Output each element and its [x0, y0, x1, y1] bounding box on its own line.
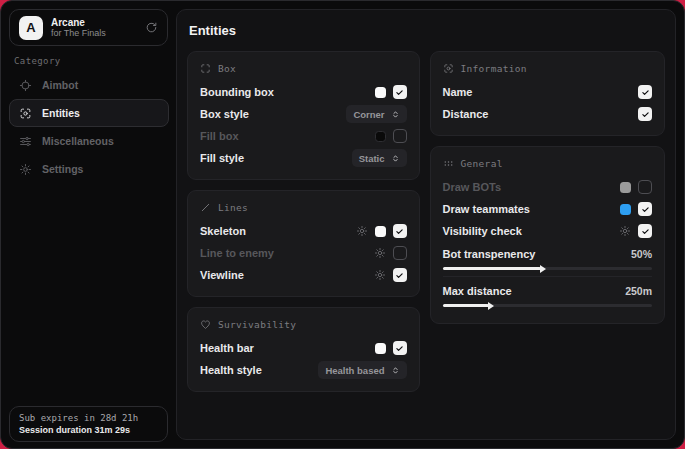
- survivability-card: Survivability Health bar Health style: [187, 307, 420, 392]
- skeleton-checkbox[interactable]: [393, 224, 407, 238]
- card-title: Information: [461, 63, 527, 74]
- fill-style-dropdown[interactable]: Static: [352, 149, 407, 167]
- sidebar-item-entities[interactable]: Entities: [9, 99, 169, 127]
- slider-thumb[interactable]: [540, 265, 546, 273]
- card-title: Lines: [218, 202, 248, 213]
- setting-row-health-style: Health style Health based: [200, 359, 407, 381]
- slider-row-max-distance: Max distance 250m: [443, 282, 652, 300]
- sliders-icon: [19, 135, 32, 148]
- slider-value: 50%: [631, 248, 652, 260]
- information-card: Information Name Distance: [430, 51, 665, 136]
- setting-row-name: Name: [443, 81, 652, 103]
- gear-icon[interactable]: [374, 269, 386, 281]
- page-title: Entities: [189, 23, 665, 38]
- chevron-updown-icon: [391, 366, 400, 375]
- app-logo: A: [19, 16, 43, 40]
- subscription-status-card: Sub expires in 28d 21h Session duration …: [9, 406, 168, 442]
- lines-card: Lines Skeleton: [187, 190, 420, 297]
- health-style-dropdown[interactable]: Health based: [318, 361, 406, 379]
- bounding-box-checkbox[interactable]: [393, 85, 407, 99]
- gear-icon[interactable]: [619, 225, 631, 237]
- sidebar-nav: Aimbot Entities Miscellaneous Settings: [9, 71, 169, 183]
- setting-row-draw-bots: Draw BOTs: [443, 176, 652, 198]
- bot-transparency-slider[interactable]: [443, 267, 652, 270]
- slider-value: 250m: [625, 285, 652, 297]
- health-bar-checkbox[interactable]: [393, 341, 407, 355]
- sub-expiry-text: Sub expires in 28d 21h: [19, 413, 158, 423]
- gear-icon[interactable]: [374, 247, 386, 259]
- setting-row-distance: Distance: [443, 103, 652, 125]
- slider-thumb[interactable]: [488, 302, 494, 310]
- box-card: Box Bounding box Box style: [187, 51, 420, 180]
- scan-icon: [19, 107, 32, 120]
- session-duration-text: Session duration 31m 29s: [19, 425, 158, 435]
- box-style-dropdown[interactable]: Corner: [346, 105, 406, 123]
- color-swatch[interactable]: [375, 343, 386, 354]
- color-swatch[interactable]: [375, 87, 386, 98]
- diagonal-line-icon: [200, 202, 211, 213]
- app-header-card: A Arcane for The Finals: [9, 9, 168, 46]
- app-subtitle: for The Finals: [51, 28, 106, 39]
- setting-row-visibility-check: Visibility check: [443, 220, 652, 242]
- line-to-enemy-checkbox[interactable]: [393, 246, 407, 260]
- setting-row-viewline: Viewline: [200, 264, 407, 286]
- sidebar-item-aimbot[interactable]: Aimbot: [9, 71, 169, 99]
- setting-row-draw-teammates: Draw teammates: [443, 198, 652, 220]
- gear-icon[interactable]: [356, 225, 368, 237]
- sidebar-item-label: Entities: [42, 107, 80, 119]
- setting-row-box-style: Box style Corner: [200, 103, 407, 125]
- card-title: Box: [218, 63, 236, 74]
- sidebar-item-label: Miscellaneous: [42, 135, 114, 147]
- gear-icon: [19, 163, 32, 176]
- sidebar-item-label: Settings: [42, 163, 83, 175]
- color-swatch[interactable]: [375, 226, 386, 237]
- divider: [443, 276, 652, 277]
- draw-bots-checkbox[interactable]: [638, 180, 652, 194]
- category-label: Category: [14, 56, 61, 66]
- sidebar-item-settings[interactable]: Settings: [9, 155, 169, 183]
- app-window: A Arcane for The Finals Category Aimbot: [0, 0, 685, 449]
- general-card: General Draw BOTs Draw teammates: [430, 146, 665, 324]
- color-swatch[interactable]: [620, 204, 631, 215]
- setting-row-skeleton: Skeleton: [200, 220, 407, 242]
- card-title: Survivability: [218, 319, 296, 330]
- distance-checkbox[interactable]: [638, 107, 652, 121]
- visibility-check-checkbox[interactable]: [638, 224, 652, 238]
- setting-row-fill-box: Fill box: [200, 125, 407, 147]
- color-swatch[interactable]: [375, 131, 386, 142]
- setting-row-bounding-box: Bounding box: [200, 81, 407, 103]
- app-name: Arcane: [51, 17, 106, 28]
- info-scan-icon: [443, 63, 454, 74]
- sidebar-item-miscellaneous[interactable]: Miscellaneous: [9, 127, 169, 155]
- slider-row-bot-transparency: Bot transpenency 50%: [443, 245, 652, 263]
- fill-box-checkbox[interactable]: [393, 129, 407, 143]
- color-swatch[interactable]: [620, 182, 631, 193]
- draw-teammates-checkbox[interactable]: [638, 202, 652, 216]
- sync-icon[interactable]: [145, 21, 158, 34]
- setting-row-health-bar: Health bar: [200, 337, 407, 359]
- main-panel: Entities Box Bounding box: [176, 9, 676, 440]
- viewline-checkbox[interactable]: [393, 268, 407, 282]
- heart-icon: [200, 319, 211, 330]
- grid-icon: [443, 158, 454, 169]
- name-checkbox[interactable]: [638, 85, 652, 99]
- card-title: General: [461, 158, 503, 169]
- setting-row-line-to-enemy: Line to enemy: [200, 242, 407, 264]
- box-corners-icon: [200, 63, 211, 74]
- chevron-updown-icon: [391, 110, 400, 119]
- setting-row-fill-style: Fill style Static: [200, 147, 407, 169]
- chevron-updown-icon: [391, 154, 400, 163]
- sidebar-item-label: Aimbot: [42, 79, 78, 91]
- crosshair-icon: [19, 79, 32, 92]
- max-distance-slider[interactable]: [443, 304, 652, 307]
- sidebar: A Arcane for The Finals Category Aimbot: [1, 1, 176, 448]
